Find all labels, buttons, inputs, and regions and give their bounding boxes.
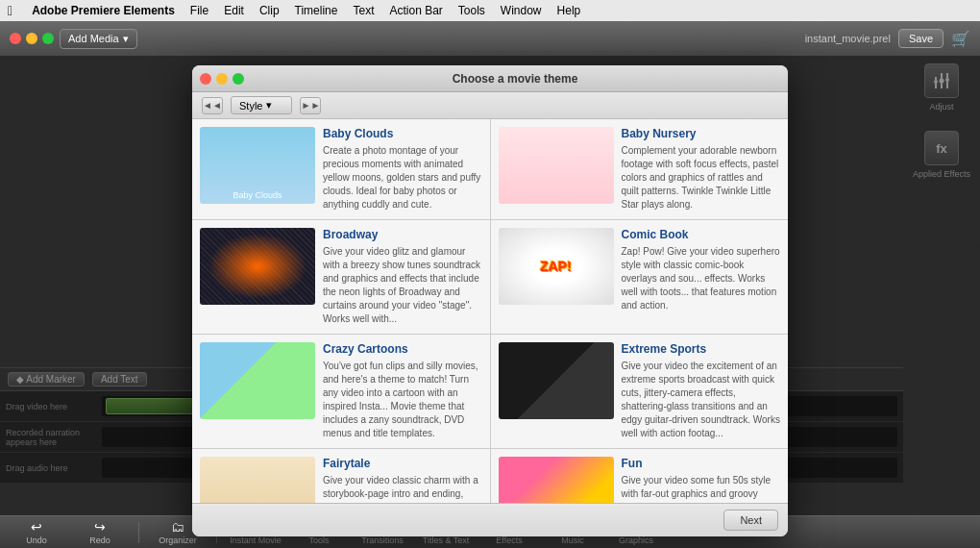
theme-thumbnail-baby-clouds <box>200 127 315 204</box>
theme-thumbnail-fairytale <box>200 457 315 504</box>
close-button[interactable] <box>10 33 21 44</box>
add-media-button[interactable]: Add Media ▾ <box>60 29 137 49</box>
theme-item-broadway[interactable]: Broadway Give your video glitz and glamo… <box>192 220 490 334</box>
themes-grid: Baby Clouds Create a photo montage of yo… <box>192 119 788 504</box>
dialog-minimize-button[interactable] <box>216 73 228 85</box>
theme-thumbnail-baby-nursery <box>499 127 614 204</box>
theme-item-baby-clouds[interactable]: Baby Clouds Create a photo montage of yo… <box>192 119 490 219</box>
menu-text[interactable]: Text <box>353 4 374 17</box>
save-button[interactable]: Save <box>898 29 943 48</box>
theme-name-crazy-cartoons: Crazy Cartoons <box>323 342 482 356</box>
top-toolbar: Add Media ▾ instant_movie.prel Save 🛒 <box>0 21 980 56</box>
apple-logo:  <box>8 3 12 18</box>
theme-name-comic-book: Comic Book <box>622 228 781 241</box>
theme-desc-baby-nursery: Complement your adorable newborn footage… <box>622 144 781 212</box>
theme-desc-comic-book: Zap! Pow! Give your video superhero styl… <box>622 245 781 312</box>
theme-name-baby-nursery: Baby Nursery <box>622 127 781 140</box>
theme-name-fun: Fun <box>622 457 781 470</box>
dialog-footer: Next <box>192 504 788 536</box>
choose-theme-dialog: Choose a movie theme ◄◄ Style ▾ ►► Baby … <box>192 65 788 536</box>
graphics-label: Graphics <box>619 536 653 545</box>
undo-button[interactable]: ↩ Undo <box>8 519 65 545</box>
theme-name-extreme-sports: Extreme Sports <box>622 342 781 356</box>
dialog-overlay: Choose a movie theme ◄◄ Style ▾ ►► Baby … <box>0 56 980 515</box>
organizer-label: Organizer <box>159 536 197 545</box>
titles-text-label: Titles & Text <box>423 536 470 545</box>
dialog-title: Choose a movie theme <box>250 72 780 86</box>
nav-back-button[interactable]: ◄◄ <box>202 97 223 114</box>
dialog-close-button[interactable] <box>200 73 211 85</box>
instant-movie-label: Instant Movie <box>230 536 282 545</box>
theme-name-fairytale: Fairytale <box>323 457 482 470</box>
dropdown-arrow-icon: ▾ <box>266 99 272 112</box>
redo-button[interactable]: ↪ Redo <box>71 519 129 545</box>
app-name: Adobe Premiere Elements <box>32 4 175 17</box>
theme-desc-broadway: Give your video glitz and glamour with a… <box>323 245 482 326</box>
menu-edit[interactable]: Edit <box>224 4 244 17</box>
menu-window[interactable]: Window <box>501 4 542 17</box>
separator-1 <box>138 522 139 543</box>
menu-file[interactable]: File <box>190 4 208 17</box>
menu-bar:  Adobe Premiere Elements File Edit Clip… <box>0 0 980 21</box>
theme-item-crazy-cartoons[interactable]: Crazy Cartoons You've got fun clips and … <box>192 335 490 448</box>
theme-thumbnail-crazy-cartoons <box>200 342 315 419</box>
theme-thumbnail-extreme-sports <box>499 342 614 419</box>
theme-name-broadway: Broadway <box>323 228 482 241</box>
cart-icon[interactable]: 🛒 <box>951 30 970 48</box>
menu-help[interactable]: Help <box>557 4 581 17</box>
music-label: Music <box>561 536 584 545</box>
main-area: ◆ Add Marker Add Text Drag video here Re… <box>0 56 980 515</box>
effects-label-bottom: Effects <box>496 536 522 545</box>
theme-desc-baby-clouds: Create a photo montage of your precious … <box>323 144 482 212</box>
chevron-down-icon: ▾ <box>123 33 129 45</box>
theme-thumbnail-comic-book <box>499 228 614 305</box>
menu-timeline[interactable]: Timeline <box>295 4 338 17</box>
transitions-label: Transitions <box>361 536 404 545</box>
theme-thumbnail-broadway <box>200 228 315 305</box>
theme-item-fairytale[interactable]: Fairytale Give your video classic charm … <box>192 449 490 504</box>
theme-item-fun[interactable]: Fun Give your video some fun 50s style w… <box>491 449 789 504</box>
organizer-icon: 🗂 <box>171 519 184 535</box>
theme-item-baby-nursery[interactable]: Baby Nursery Complement your adorable ne… <box>491 119 789 219</box>
minimize-button[interactable] <box>26 33 37 44</box>
dialog-window-controls <box>200 73 244 85</box>
style-dropdown[interactable]: Style ▾ <box>231 96 292 114</box>
theme-thumbnail-fun <box>499 457 614 504</box>
menu-actionbar[interactable]: Action Bar <box>389 4 442 17</box>
dialog-maximize-button[interactable] <box>233 73 244 85</box>
redo-label: Redo <box>89 536 110 545</box>
theme-item-extreme-sports[interactable]: Extreme Sports Give your video the excit… <box>491 335 789 448</box>
theme-name-baby-clouds: Baby Clouds <box>323 127 482 140</box>
theme-desc-fun: Give your video some fun 50s style with … <box>622 474 781 504</box>
undo-label: Undo <box>26 536 47 545</box>
undo-icon: ↩ <box>31 519 42 535</box>
theme-desc-extreme-sports: Give your video the excitement of an ext… <box>622 360 781 440</box>
tools-label: Tools <box>308 536 329 545</box>
filename: instant_movie.prel <box>805 33 891 44</box>
nav-forward-button[interactable]: ►► <box>300 97 321 114</box>
maximize-button[interactable] <box>42 33 54 44</box>
theme-desc-crazy-cartoons: You've got fun clips and silly movies, a… <box>323 360 482 440</box>
style-label: Style <box>239 100 262 112</box>
next-button[interactable]: Next <box>723 510 778 531</box>
dialog-toolbar: ◄◄ Style ▾ ►► <box>192 92 788 119</box>
dialog-titlebar: Choose a movie theme <box>192 65 788 92</box>
theme-desc-fairytale: Give your video classic charm with a sto… <box>323 474 482 504</box>
toolbar-left: Add Media ▾ <box>10 29 137 49</box>
menu-clip[interactable]: Clip <box>259 4 280 17</box>
menu-tools[interactable]: Tools <box>458 4 485 17</box>
window-controls <box>10 33 54 44</box>
toolbar-right: instant_movie.prel Save 🛒 <box>805 29 970 48</box>
redo-icon: ↪ <box>94 519 106 535</box>
theme-item-comic-book[interactable]: Comic Book Zap! Pow! Give your video sup… <box>491 220 789 334</box>
add-media-label: Add Media <box>68 33 119 44</box>
